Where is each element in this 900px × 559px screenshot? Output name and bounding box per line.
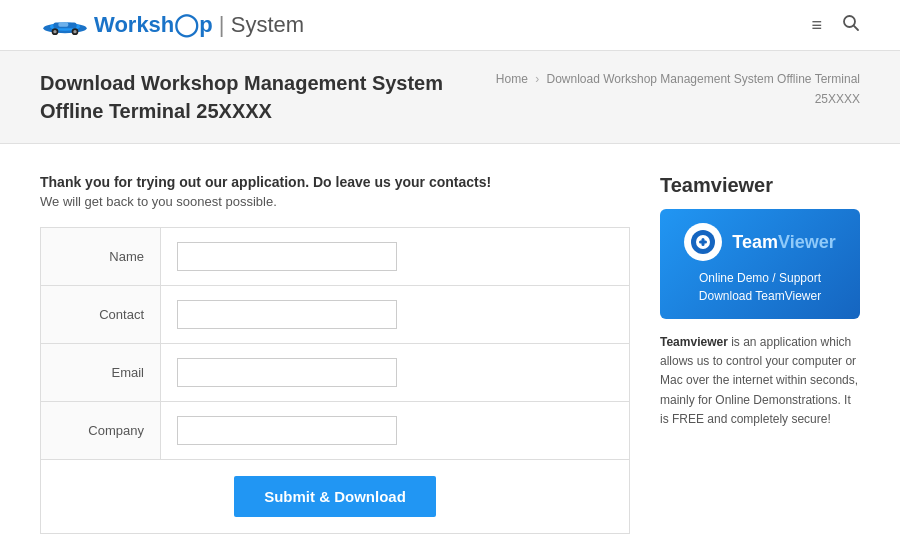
logo-text: Worksh◯p | System (94, 12, 304, 38)
submit-cell: Submit & Download (41, 460, 630, 534)
tv-brand-name: TeamViewer (732, 232, 835, 253)
email-row: Email (41, 344, 630, 402)
company-cell (161, 402, 630, 460)
svg-rect-13 (702, 238, 705, 246)
main-content: Thank you for trying out our application… (0, 144, 900, 559)
sidebar-description: Teamviewer is an application which allow… (660, 333, 860, 429)
teamviewer-banner[interactable]: TeamViewer Online Demo / Support Downloa… (660, 209, 860, 319)
page-title: Download Workshop Management System Offl… (40, 69, 460, 125)
contact-row: Contact (41, 286, 630, 344)
email-label: Email (41, 344, 161, 402)
company-row: Company (41, 402, 630, 460)
menu-icon[interactable]: ≡ (811, 15, 822, 36)
tv-top-row: TeamViewer (684, 223, 835, 261)
sidebar: Teamviewer TeamViewer Online Demo / Supp… (660, 174, 860, 534)
intro-text: Thank you for trying out our application… (40, 174, 630, 209)
logo-area: Worksh◯p | System (40, 12, 304, 38)
svg-point-4 (53, 30, 56, 33)
name-input[interactable] (177, 242, 397, 271)
breadcrumb-current: Download Workshop Management System Offl… (547, 72, 860, 106)
svg-rect-7 (58, 23, 68, 27)
contact-form: Name Contact Email Company (40, 227, 630, 534)
teamviewer-logo-icon (684, 223, 722, 261)
name-row: Name (41, 228, 630, 286)
name-label: Name (41, 228, 161, 286)
contact-label: Contact (41, 286, 161, 344)
search-icon[interactable] (842, 14, 860, 37)
intro-bold: Thank you for trying out our application… (40, 174, 630, 190)
company-input[interactable] (177, 416, 397, 445)
submit-row: Submit & Download (41, 460, 630, 534)
breadcrumb-home[interactable]: Home (496, 72, 528, 86)
contact-input[interactable] (177, 300, 397, 329)
header-icons: ≡ (811, 14, 860, 37)
name-cell (161, 228, 630, 286)
intro-sub: We will get back to you soonest possible… (40, 194, 630, 209)
breadcrumb: Home › Download Workshop Management Syst… (460, 69, 860, 110)
tv-banner-line1: Online Demo / Support (699, 269, 821, 287)
company-label: Company (41, 402, 161, 460)
breadcrumb-sep: › (535, 72, 539, 86)
svg-line-9 (854, 25, 858, 29)
contact-cell (161, 286, 630, 344)
form-area: Thank you for trying out our application… (40, 174, 630, 534)
car-logo-icon (40, 14, 90, 36)
email-input[interactable] (177, 358, 397, 387)
tv-banner-line2: Download TeamViewer (699, 287, 821, 305)
header: Worksh◯p | System ≡ (0, 0, 900, 51)
sidebar-title: Teamviewer (660, 174, 860, 197)
submit-download-button[interactable]: Submit & Download (234, 476, 436, 517)
sidebar-desc-brand: Teamviewer (660, 335, 728, 349)
svg-point-6 (73, 30, 76, 33)
email-cell (161, 344, 630, 402)
breadcrumb-bar: Download Workshop Management System Offl… (0, 51, 900, 144)
